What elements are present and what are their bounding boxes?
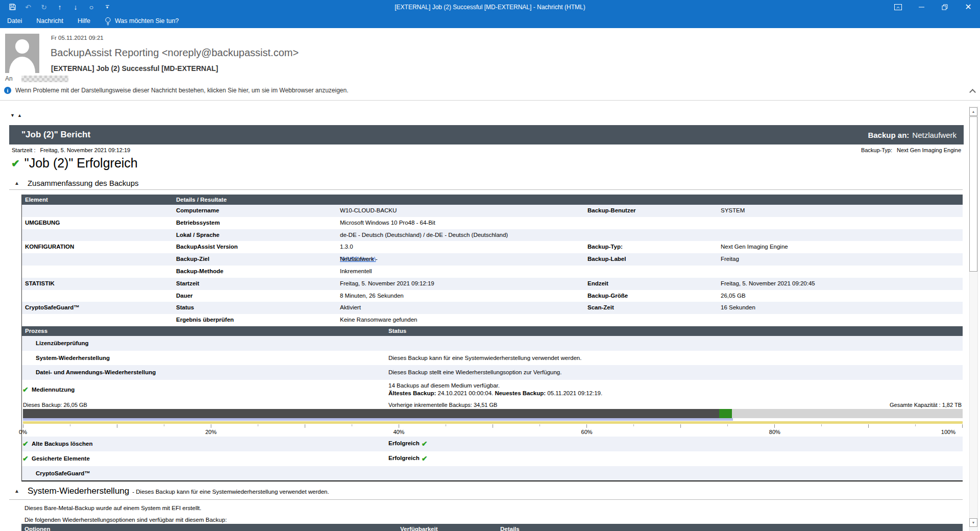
system-recovery-subtitle: - Dieses Backup kann für eine Systemwied… xyxy=(132,489,329,495)
summary-table-header: Element Details / Resultate xyxy=(22,195,963,205)
table-row: Datei- und Anwendungs-Wiederherstellung … xyxy=(22,365,963,380)
recipient-redacted xyxy=(21,76,68,82)
window-controls: ✕ xyxy=(886,0,980,14)
ribbon-tabs: Datei Nachricht Hilfe Was möchten Sie tu… xyxy=(0,14,980,28)
table-row: ✔ Alte Backups löschen Erfolgreich✔ xyxy=(22,437,963,451)
window-title: [EXTERNAL] Job (2) Successful [MD-EXTERN… xyxy=(153,4,827,11)
section-summary-title: Zusammenfassung des Backups xyxy=(28,179,139,187)
collapse-header-chevron-icon[interactable] xyxy=(969,89,976,95)
message-date: Fr 05.11.2021 09:21 xyxy=(51,35,104,41)
avatar-body-shape xyxy=(9,57,35,73)
header-divider xyxy=(0,100,980,101)
usage-bar-yellow-strip xyxy=(23,421,963,424)
start-time: Startzeit :Freitag, 5. November 2021 09:… xyxy=(12,147,130,153)
tab-datei[interactable]: Datei xyxy=(0,14,29,28)
usage-bar xyxy=(23,409,963,418)
backup-summary-table: Element Details / Resultate Computername… xyxy=(21,195,963,481)
success-check-icon: ✔ xyxy=(422,440,428,448)
section-rule xyxy=(9,189,963,190)
system-recovery-title: System-Wiederherstellung xyxy=(28,486,129,496)
process-table-header: Prozess Status xyxy=(22,326,963,336)
customize-toolbar-icon[interactable]: ▾ xyxy=(102,2,113,13)
success-check-icon: ✔ xyxy=(11,157,20,170)
section-summary-header[interactable]: ▲ Zusammenfassung des Backups xyxy=(14,179,139,187)
save-icon[interactable] xyxy=(7,2,18,13)
section-rule xyxy=(9,499,963,500)
recipient-row: An xyxy=(5,75,68,82)
table-row: Lokal / Sprachede-DE - Deutsch (Deutschl… xyxy=(22,229,963,242)
close-icon[interactable]: ✕ xyxy=(957,0,980,14)
table-row: System-Wiederherstellung Dieses Backup k… xyxy=(22,351,963,365)
success-check-icon: ✔ xyxy=(22,440,29,448)
undo-icon[interactable]: ↶ xyxy=(22,2,34,13)
tell-me-label: Was möchten Sie tun? xyxy=(115,17,179,25)
table-row: STATISTIKStartzeitFreitag, 5. November 2… xyxy=(22,278,963,290)
tab-nachricht[interactable]: Nachricht xyxy=(29,14,70,28)
scrollbar-down-icon[interactable]: ▼ xyxy=(969,518,977,527)
table-row: CryptoSafeGuard™StatusAktiviertScan-Zeit… xyxy=(22,302,963,314)
ribbon-display-options-icon[interactable] xyxy=(886,0,910,14)
usage-bar-ticks xyxy=(23,424,963,428)
section-system-recovery-header[interactable]: ▲ System-Wiederherstellung - Dieses Back… xyxy=(14,486,329,496)
message-sender[interactable]: BackupAssist Reporting <noreply@backupas… xyxy=(51,47,299,59)
to-label: An xyxy=(5,75,13,82)
table-row: Dauer8 Minuten, 26 SekundenBackup-Größe2… xyxy=(22,290,963,302)
previous-item-icon[interactable]: ↑ xyxy=(54,2,65,13)
collapse-triangle-icon[interactable]: ▲ xyxy=(14,488,19,494)
message-subject: [EXTERNAL] Job (2) Successful [MD-EXTERN… xyxy=(51,64,218,73)
triangle-up-icon[interactable]: ▲ xyxy=(17,113,22,118)
report-header-bar: "Job (2)" Bericht Backup an:Netzlaufwerk xyxy=(9,125,964,144)
usage-bar-used-segment xyxy=(23,409,719,418)
success-check-icon: ✔ xyxy=(22,385,29,394)
lightbulb-icon xyxy=(105,17,111,26)
recovery-options-table-header: Optionen Verfügbarkeit Details xyxy=(21,524,963,531)
info-bar[interactable]: i Wenn Probleme mit der Darstellungsweis… xyxy=(4,87,349,94)
media-usage-bar-block: Dieses Backup: 26,05 GB Vorherige inkrem… xyxy=(22,400,963,437)
sender-avatar[interactable] xyxy=(5,34,39,73)
usage-bar-blue-strip xyxy=(23,418,733,421)
result-title: "Job (2)" Erfolgreich xyxy=(24,156,138,171)
table-row: Backup-Ziel Netzlaufwerk - \\HV02\share\… xyxy=(22,253,963,266)
report-title: "Job (2)" Bericht xyxy=(21,130,90,140)
table-row: Lizenzüberprüfung xyxy=(22,336,963,351)
table-row: ComputernameW10-CLOUD-BACKUBackup-Benutz… xyxy=(22,205,963,217)
success-check-icon: ✔ xyxy=(22,454,29,463)
usage-bar-this-backup-segment xyxy=(719,409,732,418)
this-backup-label: Dieses Backup: 26,05 GB xyxy=(23,402,87,408)
result-heading: ✔ "Job (2)" Erfolgreich xyxy=(11,156,138,171)
table-row: CryptoSafeGuard™ xyxy=(22,466,963,480)
quick-access-toolbar: ↶ ↻ ↑ ↓ ○ ▾ xyxy=(0,2,113,13)
triangle-down-icon[interactable]: ▼ xyxy=(10,113,15,118)
restore-icon[interactable] xyxy=(933,0,957,14)
previous-backups-label: Vorherige inkrementelle Backups: 34,51 G… xyxy=(388,402,497,408)
scrollbar-up-icon[interactable]: ▲ xyxy=(969,107,977,116)
flag-circle-icon[interactable]: ○ xyxy=(86,2,97,13)
table-row: UMGEBUNGBetriebssystemMicrosoft Windows … xyxy=(22,217,963,229)
title-bar: ↶ ↻ ↑ ↓ ○ ▾ [EXTERNAL] Job (2) Successfu… xyxy=(0,0,980,14)
table-row: KONFIGURATIONBackupAssist Version1.3.0Ba… xyxy=(22,241,963,253)
redo-icon[interactable]: ↻ xyxy=(38,2,50,13)
tab-hilfe[interactable]: Hilfe xyxy=(70,14,97,28)
outlook-message-window: ↶ ↻ ↑ ↓ ○ ▾ [EXTERNAL] Job (2) Successfu… xyxy=(0,0,980,531)
table-row: ✔ Gesicherte Elemente Erfolgreich✔ xyxy=(22,451,963,466)
next-item-icon[interactable]: ↓ xyxy=(70,2,81,13)
success-check-icon: ✔ xyxy=(422,454,428,463)
minimize-icon[interactable] xyxy=(910,0,933,14)
report-meta-row: Startzeit :Freitag, 5. November 2021 09:… xyxy=(9,147,964,153)
body-collapse-controls[interactable]: ▼ ▲ xyxy=(10,113,22,118)
table-row-media-usage: ✔ Mediennutzung 14 Backups auf diesem Me… xyxy=(22,380,963,400)
collapse-triangle-icon[interactable]: ▲ xyxy=(14,180,19,186)
backup-target-header: Backup an:Netzlaufwerk xyxy=(868,131,957,139)
scrollbar-thumb[interactable] xyxy=(969,116,977,272)
recovery-options-intro: Die folgenden Wiederherstellungsoptionen… xyxy=(24,517,227,523)
efi-note: Dieses Bare-Metal-Backup wurde auf einem… xyxy=(24,505,201,511)
total-capacity-label: Gesamte Kapazität : 1,82 TB xyxy=(890,402,962,408)
media-usage-status: 14 Backups auf diesem Medium verfügbar. … xyxy=(388,382,602,397)
backup-type: Backup-Typ:Next Gen Imaging Engine xyxy=(861,147,961,153)
tell-me-box[interactable]: Was möchten Sie tun? xyxy=(105,17,179,26)
info-icon: i xyxy=(4,87,11,94)
usage-bar-tick-labels: 0% 20% 40% 60% 80% 100% xyxy=(23,429,963,436)
table-row: Ergebnis überprüfenKeine Ransomware gefu… xyxy=(22,314,963,326)
info-bar-text: Wenn Probleme mit der Darstellungsweise … xyxy=(15,87,349,94)
table-row: Backup-MethodeInkrementell xyxy=(22,266,963,278)
